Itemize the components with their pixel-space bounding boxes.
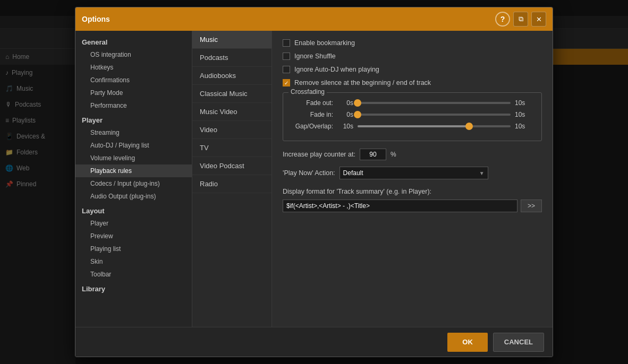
media-type-audiobooks[interactable]: Audiobooks bbox=[192, 67, 271, 85]
fade-in-row: Fade in: 0s 10s bbox=[291, 111, 534, 118]
checkbox-ignore-shuffle-label: Ignore Shuffle bbox=[294, 53, 336, 60]
fade-in-slider[interactable] bbox=[358, 114, 511, 116]
play-counter-unit: % bbox=[391, 151, 396, 158]
track-summary-input-row: >> bbox=[283, 200, 542, 212]
media-type-video[interactable]: Video bbox=[192, 121, 271, 139]
nav-item-hotkeys[interactable]: Hotkeys bbox=[75, 61, 192, 74]
checkbox-ignore-autodj-box[interactable] bbox=[283, 66, 290, 73]
chevron-down-icon: ▼ bbox=[479, 170, 485, 176]
gap-overlap-thumb[interactable] bbox=[465, 123, 473, 130]
gap-overlap-max-val: 10s bbox=[515, 123, 534, 130]
checkbox-enable-bookmarking[interactable]: Enable bookmarking bbox=[283, 39, 542, 47]
dialog-footer: OK CANCEL bbox=[75, 327, 553, 357]
gap-overlap-fill bbox=[358, 125, 469, 127]
ok-button[interactable]: OK bbox=[447, 333, 488, 352]
checkbox-remove-silence-box[interactable] bbox=[283, 79, 290, 86]
nav-section-layout[interactable]: Layout bbox=[75, 203, 192, 217]
nav-item-os-integration[interactable]: OS integration bbox=[75, 48, 192, 61]
fade-out-slider[interactable] bbox=[358, 102, 511, 104]
nav-item-volume-leveling[interactable]: Volume leveling bbox=[75, 152, 192, 164]
media-type-video-podcast[interactable]: Video Podcast bbox=[192, 157, 271, 175]
nav-item-skin[interactable]: Skin bbox=[75, 255, 192, 268]
nav-item-party-mode[interactable]: Party Mode bbox=[75, 86, 192, 99]
media-type-radio[interactable]: Radio bbox=[192, 175, 271, 193]
checkbox-enable-bookmarking-label: Enable bookmarking bbox=[294, 39, 355, 47]
play-now-row: 'Play Now' Action: Default ▼ bbox=[283, 167, 542, 179]
track-summary-expand-btn[interactable]: >> bbox=[521, 200, 542, 212]
gap-overlap-row: Gap/Overlap: 10s 10s bbox=[291, 123, 534, 130]
checkbox-remove-silence[interactable]: Remove silence at the beginning / end of… bbox=[283, 79, 542, 86]
gap-overlap-label: Gap/Overlap: bbox=[291, 123, 333, 130]
play-counter-row: Increase play counter at: % bbox=[283, 149, 542, 160]
checkbox-ignore-autodj[interactable]: Ignore Auto-DJ when playing bbox=[283, 66, 542, 73]
play-counter-label: Increase play counter at: bbox=[283, 151, 355, 158]
media-type-tv[interactable]: TV bbox=[192, 139, 271, 157]
crossfading-title: Crossfading bbox=[288, 88, 327, 96]
nav-section-general[interactable]: General bbox=[75, 34, 192, 48]
media-type-podcasts[interactable]: Podcasts bbox=[192, 49, 271, 67]
play-now-value: Default bbox=[343, 169, 363, 177]
dialog-titlebar-controls: ? ⧉ ✕ bbox=[495, 12, 546, 27]
nav-item-performance[interactable]: Performance bbox=[75, 99, 192, 112]
media-type-panel: Music Podcasts Audiobooks Classical Musi… bbox=[192, 31, 272, 327]
nav-item-layout-player[interactable]: Player bbox=[75, 217, 192, 230]
crossfading-group: Crossfading Fade out: 0s 10s bbox=[283, 92, 542, 141]
settings-panel: Enable bookmarking Ignore Shuffle Ignore… bbox=[272, 31, 553, 327]
nav-item-confirmations[interactable]: Confirmations bbox=[75, 74, 192, 86]
track-summary-input[interactable] bbox=[283, 200, 517, 212]
gap-overlap-min-val: 10s bbox=[337, 123, 353, 130]
play-now-dropdown[interactable]: Default ▼ bbox=[340, 167, 488, 179]
track-summary-label: Display format for 'Track summary' (e.g.… bbox=[283, 188, 542, 195]
media-type-music-video[interactable]: Music Video bbox=[192, 103, 271, 121]
nav-section-library[interactable]: Library bbox=[75, 281, 192, 295]
fade-in-label: Fade in: bbox=[291, 111, 333, 118]
nav-item-streaming[interactable]: Streaming bbox=[75, 126, 192, 139]
nav-item-toolbar[interactable]: Toolbar bbox=[75, 268, 192, 281]
nav-item-playback-rules[interactable]: Playback rules bbox=[75, 164, 192, 177]
checkbox-ignore-shuffle[interactable]: Ignore Shuffle bbox=[283, 53, 542, 60]
options-dialog: Options ? ⧉ ✕ General OS integration Hot… bbox=[75, 7, 553, 357]
fade-out-min-val: 0s bbox=[337, 99, 353, 107]
restore-button[interactable]: ⧉ bbox=[513, 12, 528, 27]
checkbox-ignore-shuffle-box[interactable] bbox=[283, 53, 290, 60]
checkbox-remove-silence-label: Remove silence at the beginning / end of… bbox=[294, 79, 431, 86]
play-counter-input[interactable] bbox=[360, 149, 386, 160]
fade-out-thumb[interactable] bbox=[354, 99, 361, 107]
fade-in-thumb[interactable] bbox=[354, 111, 361, 118]
media-type-classical-music[interactable]: Classical Music bbox=[192, 85, 271, 103]
close-button[interactable]: ✕ bbox=[531, 12, 546, 27]
modal-overlay: Options ? ⧉ ✕ General OS integration Hot… bbox=[0, 0, 628, 364]
track-summary-section: Display format for 'Track summary' (e.g.… bbox=[283, 188, 542, 212]
gap-overlap-slider[interactable] bbox=[358, 125, 511, 127]
fade-out-label: Fade out: bbox=[291, 99, 333, 107]
fade-out-row: Fade out: 0s 10s bbox=[291, 99, 534, 107]
nav-tree: General OS integration Hotkeys Confirmat… bbox=[75, 31, 192, 327]
dialog-body: General OS integration Hotkeys Confirmat… bbox=[75, 31, 553, 327]
fade-out-max-val: 10s bbox=[515, 99, 534, 107]
dialog-title: Options bbox=[82, 15, 110, 23]
fade-in-max-val: 10s bbox=[515, 111, 534, 118]
play-now-label: 'Play Now' Action: bbox=[283, 169, 335, 177]
nav-section-player[interactable]: Player bbox=[75, 112, 192, 126]
nav-item-codecs[interactable]: Codecs / Input (plug-ins) bbox=[75, 177, 192, 190]
content-panels: Music Podcasts Audiobooks Classical Musi… bbox=[192, 31, 553, 327]
cancel-button[interactable]: CANCEL bbox=[493, 333, 544, 352]
media-type-music[interactable]: Music bbox=[192, 31, 271, 49]
fade-in-min-val: 0s bbox=[337, 111, 353, 118]
nav-item-playing-list[interactable]: Playing list bbox=[75, 242, 192, 255]
checkbox-ignore-autodj-label: Ignore Auto-DJ when playing bbox=[294, 66, 379, 73]
nav-item-audio-output[interactable]: Audio Output (plug-ins) bbox=[75, 190, 192, 203]
help-button[interactable]: ? bbox=[495, 12, 510, 27]
checkbox-enable-bookmarking-box[interactable] bbox=[283, 39, 290, 47]
dialog-titlebar: Options ? ⧉ ✕ bbox=[75, 7, 553, 31]
nav-item-auto-dj[interactable]: Auto-DJ / Playing list bbox=[75, 139, 192, 152]
nav-item-preview[interactable]: Preview bbox=[75, 230, 192, 242]
